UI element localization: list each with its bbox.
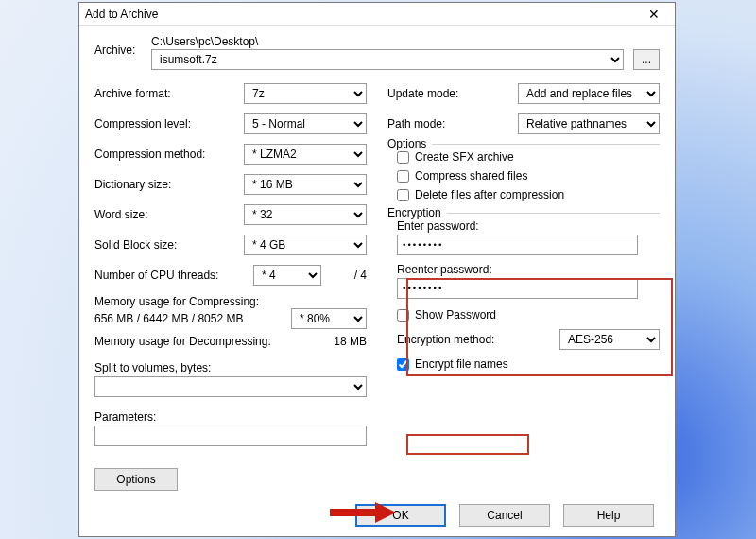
encryption-method-label: Encryption method: bbox=[397, 333, 559, 346]
dialog-title: Add to Archive bbox=[85, 8, 639, 21]
compression-method-select[interactable]: * LZMA2 bbox=[244, 144, 367, 165]
help-button[interactable]: Help bbox=[563, 504, 654, 527]
archive-format-select[interactable]: 7z bbox=[244, 83, 367, 104]
cpu-threads-total: / 4 bbox=[321, 269, 367, 282]
cpu-threads-select[interactable]: * 4 bbox=[253, 265, 321, 286]
mem-decompress-label: Memory usage for Decompressing: bbox=[94, 335, 310, 348]
add-to-archive-dialog: Add to Archive ✕ Archive: C:\Users\pc\De… bbox=[78, 2, 676, 537]
create-sfx-checkbox[interactable]: Create SFX archive bbox=[397, 150, 660, 164]
encrypt-file-names-checkbox[interactable]: Encrypt file names bbox=[397, 357, 660, 371]
reenter-password-input[interactable] bbox=[397, 278, 638, 299]
mem-percent-select[interactable]: * 80% bbox=[291, 308, 367, 329]
update-mode-label: Update mode: bbox=[387, 87, 518, 100]
solid-block-size-label: Solid Block size: bbox=[94, 238, 244, 252]
delete-after-checkbox[interactable]: Delete files after compression bbox=[397, 188, 660, 201]
word-size-label: Word size: bbox=[94, 208, 244, 221]
archive-format-label: Archive format: bbox=[94, 87, 244, 100]
titlebar: Add to Archive ✕ bbox=[79, 3, 675, 26]
dialog-footer: OK Cancel Help bbox=[79, 504, 675, 527]
dictionary-size-select[interactable]: * 16 MB bbox=[244, 174, 367, 195]
enter-password-input[interactable] bbox=[397, 235, 638, 255]
compression-level-select[interactable]: 5 - Normal bbox=[244, 113, 367, 134]
mem-decompress-value: 18 MB bbox=[310, 335, 367, 348]
solid-block-size-select[interactable]: * 4 GB bbox=[244, 235, 367, 255]
archive-label: Archive: bbox=[94, 35, 151, 57]
dialog-content: Archive: C:\Users\pc\Desktop\ isumsoft.7… bbox=[79, 26, 675, 536]
encryption-legend: Encryption bbox=[387, 206, 447, 219]
compress-shared-checkbox[interactable]: Compress shared files bbox=[397, 169, 660, 183]
mem-compress-values: 656 MB / 6442 MB / 8052 MB bbox=[94, 312, 291, 325]
show-password-checkbox[interactable]: Show Password bbox=[397, 308, 660, 322]
mem-compress-label: Memory usage for Compressing: bbox=[94, 295, 367, 308]
cancel-button[interactable]: Cancel bbox=[459, 504, 550, 527]
word-size-select[interactable]: * 32 bbox=[244, 204, 367, 225]
encryption-method-select[interactable]: AES-256 bbox=[559, 329, 660, 350]
split-volumes-select[interactable] bbox=[94, 376, 367, 397]
close-icon[interactable]: ✕ bbox=[639, 7, 669, 22]
archive-name-input[interactable]: isumsoft.7z bbox=[151, 49, 624, 70]
options-legend: Options bbox=[387, 137, 432, 150]
browse-button[interactable]: ... bbox=[633, 49, 660, 70]
update-mode-select[interactable]: Add and replace files bbox=[518, 83, 660, 104]
dictionary-size-label: Dictionary size: bbox=[94, 178, 244, 191]
enter-password-label: Enter password: bbox=[397, 219, 660, 233]
parameters-input[interactable] bbox=[94, 426, 367, 446]
parameters-label: Parameters: bbox=[94, 410, 367, 424]
reenter-password-label: Reenter password: bbox=[397, 263, 660, 276]
path-mode-select[interactable]: Relative pathnames bbox=[518, 113, 660, 134]
compression-level-label: Compression level: bbox=[94, 117, 244, 130]
ok-button[interactable]: OK bbox=[355, 504, 446, 527]
cpu-threads-label: Number of CPU threads: bbox=[94, 269, 253, 282]
compression-method-label: Compression method: bbox=[94, 148, 244, 161]
path-mode-label: Path mode: bbox=[387, 117, 518, 130]
archive-path: C:\Users\pc\Desktop\ bbox=[151, 35, 624, 48]
split-volumes-label: Split to volumes, bytes: bbox=[94, 361, 367, 374]
options-button[interactable]: Options bbox=[94, 468, 178, 491]
